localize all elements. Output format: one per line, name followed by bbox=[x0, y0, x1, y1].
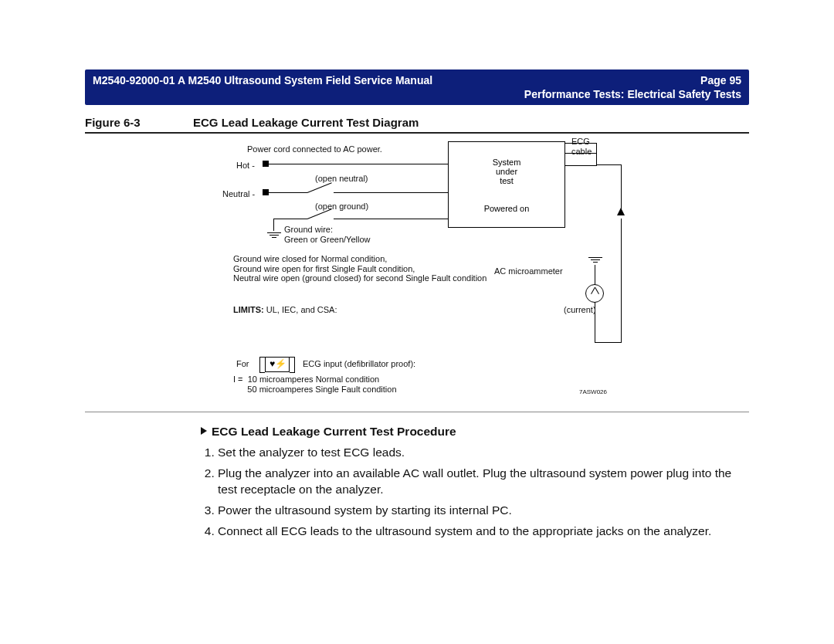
wire-ground-drop bbox=[273, 219, 274, 231]
ground-icon-ammeter bbox=[588, 256, 602, 264]
procedure-steps: Set the analyzer to test ECG leads. Plug… bbox=[201, 445, 749, 540]
system-label-1: System bbox=[493, 158, 521, 167]
limits-body: UL, IEC, and CSA: bbox=[264, 305, 337, 314]
open-neutral-label: (open neutral) bbox=[315, 174, 368, 184]
conditions-text: Ground wire closed for Normal condition,… bbox=[233, 254, 486, 283]
ecg-cable-label: ECG cable bbox=[571, 137, 592, 156]
step-3: Power the ultrasound system by starting … bbox=[218, 503, 749, 519]
procedure-title: ECG Lead Leakage Current Test Procedure bbox=[212, 425, 456, 438]
section-title: Performance Tests: Electrical Safety Tes… bbox=[93, 88, 741, 100]
section-arrow-icon bbox=[201, 427, 207, 435]
figure-heading: Figure 6-3 ECG Lead Leakage Current Test… bbox=[85, 116, 749, 134]
ac-microammeter-label: AC microammeter bbox=[494, 266, 563, 276]
step-4: Connect all ECG leads to the ultrasound … bbox=[218, 524, 749, 540]
wire-ground-a bbox=[273, 219, 307, 219]
page-header: M2540-92000-01 A M2540 Ultrasound System… bbox=[85, 69, 749, 105]
wire-ecg-v2 bbox=[621, 219, 622, 342]
hot-terminal-icon bbox=[263, 161, 269, 167]
wire-hot bbox=[269, 164, 448, 164]
powered-on-label: Powered on bbox=[449, 204, 564, 213]
manual-page: M2540-92000-01 A M2540 Ultrasound System… bbox=[0, 0, 834, 644]
system-label-3: test bbox=[500, 176, 514, 185]
wire-ecg-h2 bbox=[595, 342, 622, 343]
figure-label: Figure 6-3 bbox=[85, 116, 193, 129]
for-label: For bbox=[236, 359, 249, 369]
ground-wire-label: Ground wire: Green or Green/Yellow bbox=[284, 225, 371, 244]
step-1: Set the analyzer to test ECG leads. bbox=[218, 445, 749, 461]
neutral-switch-icon bbox=[307, 182, 332, 193]
hot-label: Hot - bbox=[236, 161, 255, 171]
doc-id: M2540-92000-01 A M2540 Ultrasound System… bbox=[93, 74, 432, 86]
ac-microammeter-icon bbox=[585, 284, 604, 303]
page-number: Page 95 bbox=[700, 74, 741, 86]
open-ground-label: (open ground) bbox=[315, 202, 368, 212]
neutral-terminal-icon bbox=[263, 189, 269, 195]
system-label-2: under bbox=[496, 167, 517, 176]
ground-icon bbox=[267, 231, 281, 239]
current-label: (current) bbox=[564, 305, 596, 315]
wire-neutral-a bbox=[269, 192, 307, 193]
diagram: System under test Powered on ECG cable A… bbox=[85, 134, 749, 412]
figure-title: ECG Lead Leakage Current Test Diagram bbox=[193, 116, 419, 129]
wire-neutral-b bbox=[334, 192, 448, 193]
wire-ground-b bbox=[334, 219, 448, 219]
procedure-section: ECG Lead Leakage Current Test Procedure … bbox=[85, 425, 749, 540]
step-2: Plug the analyzer into an available AC w… bbox=[218, 466, 749, 498]
system-under-test-box: System under test Powered on bbox=[448, 141, 565, 228]
arrow-up-icon bbox=[617, 208, 625, 215]
neutral-label: Neutral - bbox=[222, 189, 255, 199]
wire-ecg-h bbox=[596, 164, 621, 165]
defibrillator-proof-icon: ♥⚡ bbox=[265, 357, 290, 372]
ecg-input-label: ECG input (defibrillator proof): bbox=[303, 359, 415, 369]
wire-ecg-v1 bbox=[621, 164, 622, 211]
figure-ref-code: 7ASW026 bbox=[579, 388, 607, 395]
limits-prefix: LIMITS: bbox=[233, 305, 264, 314]
wire-amm-top bbox=[595, 265, 595, 285]
power-cord-note: Power cord connected to AC power. bbox=[247, 144, 382, 154]
limits-values: I = 10 microamperes Normal condition 50 … bbox=[233, 375, 397, 394]
